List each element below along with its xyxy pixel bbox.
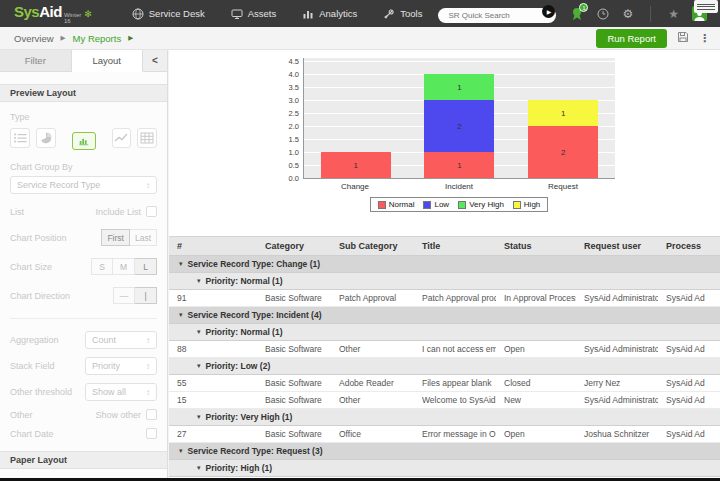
collapse-triangle-icon[interactable]: ▾ [197,328,201,336]
column-header[interactable]: Sub Category [331,241,414,251]
stack-field-select[interactable]: Priority ↕ [85,357,157,375]
save-report-icon[interactable] [677,29,689,47]
chart-group-by-select[interactable]: Service Record Type ↕ [10,176,157,194]
include-list-checkbox[interactable] [146,206,157,217]
column-header[interactable]: Request user [576,241,658,251]
y-tick-label: 3.5 [289,84,299,92]
group-row[interactable]: ▾Service Record Type: Request (3) [169,443,720,460]
subgroup-row[interactable]: ▾Priority: Very High (1) [169,409,720,426]
table-row[interactable]: 55Basic SoftwareAdobe ReaderFiles appear… [169,375,720,392]
tab-layout[interactable]: Layout [72,50,144,72]
aggregation-value: Count [92,335,116,345]
show-other-checkbox[interactable] [146,409,157,420]
logo-text-aid: Aid [39,3,62,20]
chart-direction-label: Chart Direction [10,291,70,301]
group-row[interactable]: ▾Service Record Type: Change (1) [169,256,720,273]
collapse-triangle-icon[interactable]: ▾ [197,413,201,421]
column-header[interactable]: Status [496,241,576,251]
aggregation-select[interactable]: Count ↕ [85,331,157,349]
chart-size-toggle: S M L [91,258,157,275]
table-cell: Joshua Schnitzer [576,429,658,439]
menu-analytics[interactable]: Analytics [302,8,357,20]
subgroup-row[interactable]: ▾Priority: High (1) [169,460,720,477]
hamburger-menu-icon[interactable] [694,0,718,13]
logo-text-sys: Sys [14,3,39,20]
subgroup-row[interactable]: ▾Priority: Low (2) [169,358,720,375]
pie-type-icon[interactable] [36,128,56,148]
column-header[interactable]: Process [658,241,720,251]
sidebar-collapse-icon[interactable]: < [143,50,167,72]
table-type-icon[interactable] [137,128,157,148]
group-row[interactable]: ▾Service Record Type: Incident (4) [169,307,720,324]
other-threshold-select[interactable]: Show all ↕ [85,383,157,401]
more-options-kebab-icon[interactable]: ⋮ [699,32,710,45]
column-header[interactable]: Title [414,241,496,251]
type-label: Type [10,112,30,122]
line-type-icon[interactable] [112,128,132,148]
group-label: Service Record Type: Request (3) [188,446,323,456]
menu-assets[interactable]: Assets [231,8,277,20]
subgroup-row[interactable]: ▾Priority: Normal (1) [169,324,720,341]
table-cell: Open [496,429,576,439]
chart-group-by-label: Chart Group By [10,162,73,172]
chart-date-checkbox[interactable] [146,428,157,439]
collapse-triangle-icon[interactable]: ▾ [197,464,201,472]
favorites-star-icon[interactable]: ★ [668,8,679,20]
table-row[interactable]: 88Basic SoftwareOtherI can not access em… [169,341,720,358]
monitor-icon [231,8,243,20]
table-cell: SysAid Ad [658,395,720,405]
table-cell: In Approval Process [496,293,576,303]
bar-incident[interactable]: 121 [424,74,494,178]
column-header[interactable]: Category [257,241,331,251]
chart-size-l-button[interactable]: L [135,258,157,275]
settings-gear-icon[interactable]: ⚙ [622,8,633,20]
collapse-triangle-icon[interactable]: ▾ [179,447,183,455]
logo-tag: Winter 16 [64,12,81,24]
chart-size-s-button[interactable]: S [91,258,113,275]
group-label: Service Record Type: Incident (4) [188,310,322,320]
chart-position-first-button[interactable]: First [101,229,130,246]
history-clock-icon[interactable] [597,8,609,20]
subgroup-row[interactable]: ▾Priority: Normal (1) [169,273,720,290]
menu-label: Analytics [319,8,357,19]
list-label: List [10,207,24,217]
menu-tools[interactable]: Tools [383,8,422,20]
sysaid-logo[interactable]: SysAid Winter 16 ✻ [14,3,92,24]
y-tick-label: 0.5 [289,162,299,170]
collapse-triangle-icon[interactable]: ▾ [197,277,201,285]
bar-request[interactable]: 21 [528,100,598,178]
chart-size-m-button[interactable]: M [113,258,135,275]
chart-direction-toggle: — | [113,287,157,304]
table-row[interactable]: 15Basic SoftwareOtherWelcome to SysAid!N… [169,392,720,409]
quick-search-input[interactable] [438,8,556,23]
list-type-icon[interactable] [10,128,30,148]
tab-filter[interactable]: Filter [0,50,72,72]
run-report-button[interactable]: Run Report [596,29,667,48]
collapse-triangle-icon[interactable]: ▾ [197,362,201,370]
collapse-triangle-icon[interactable]: ▾ [179,260,183,268]
notification-count: 1 [579,3,588,12]
collapse-triangle-icon[interactable]: ▾ [179,311,183,319]
breadcrumb-overview[interactable]: Overview [14,33,54,44]
table-cell: Files appear blank [414,378,496,388]
table-row[interactable]: 27Basic SoftwareOfficeError message in O… [169,426,720,443]
bar-segment-low: 2 [424,100,494,152]
menu-service-desk[interactable]: Service Desk [132,8,205,20]
column-header[interactable]: # [169,241,257,251]
chart-position-last-button[interactable]: Last [130,229,157,246]
table-row[interactable]: 91Basic SoftwarePatch ApprovalPatch Appr… [169,290,720,307]
bar-change[interactable]: 1 [321,152,391,178]
wrench-icon [383,8,395,20]
table-cell: SysAid Ad [658,429,720,439]
sidebar-divider [10,318,157,319]
breadcrumb-my-reports[interactable]: My Reports [73,33,122,44]
y-tick-label: 4.5 [289,58,299,66]
horizontal-direction-icon[interactable]: — [113,287,135,304]
stack-field-label: Stack Field [10,361,55,371]
aggregation-label: Aggregation [10,335,59,345]
bar-type-icon-selected[interactable] [72,132,96,150]
breadcrumb-separator-icon: ▶ [128,34,133,42]
vertical-direction-icon[interactable]: | [135,287,157,304]
legend-swatch [378,201,386,209]
notifications-badge-icon[interactable]: 1 [570,6,584,21]
